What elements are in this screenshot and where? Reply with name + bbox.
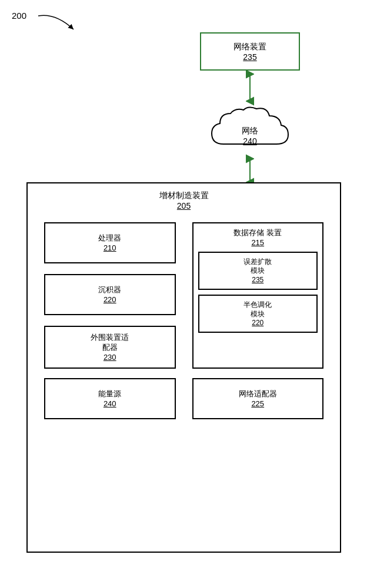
network-adapter-number: 225 [251,399,264,408]
halftone-number: 220 [252,319,263,327]
depositor-box: 沉积器 220 [44,274,176,315]
halftone-box: 半色调化模块 220 [198,295,318,333]
network-device-number: 235 [243,52,256,62]
network-device-label: 网络装置 [233,42,266,52]
cloud-number: 240 [242,136,258,146]
figure-label: 200 [12,11,26,21]
peripheral-adapter-number: 230 [104,353,116,362]
arrow-cloud-main-icon [246,154,254,186]
error-diffusion-number: 235 [252,276,263,284]
cloud-label: 网络 [242,126,258,136]
energy-source-label: 能量源 [98,389,121,399]
processor-box: 处理器 210 [44,222,176,263]
processor-number: 210 [104,243,116,252]
network-adapter-box: 网络适配器 225 [192,378,324,419]
data-storage-box: 数据存储 装置 215 误差扩散模块 235 半色调化模块 220 [192,222,324,369]
error-diffusion-box: 误差扩散模块 235 [198,252,318,290]
data-storage-number: 215 [251,238,264,247]
processor-label: 处理器 [98,233,121,243]
peripheral-adapter-box: 外围装置适配器 230 [44,326,176,369]
error-diffusion-label: 误差扩散模块 [243,258,272,276]
depositor-label: 沉积器 [98,285,121,295]
diagram-container: 200 网络装置 235 网络 240 [0,0,367,588]
peripheral-adapter-label: 外围装置适配器 [91,333,129,353]
depositor-number: 220 [104,295,116,304]
main-device-number: 205 [28,201,340,211]
arrow-nd-cloud-icon [246,69,254,106]
main-device-label: 增材制造装置 [28,191,340,201]
main-device-box: 增材制造装置 205 处理器 210 数据存储 装置 215 误差扩散模块 23… [26,182,341,553]
network-adapter-label: 网络适配器 [239,389,277,399]
cloud-container: 网络 240 [200,103,300,156]
halftone-label: 半色调化模块 [243,300,272,319]
data-storage-label: 数据存储 装置 [233,228,282,238]
energy-source-number: 240 [104,399,116,408]
fig-arrow-icon [35,13,76,34]
network-device-box: 网络装置 235 [200,32,300,71]
energy-source-box: 能量源 240 [44,378,176,419]
